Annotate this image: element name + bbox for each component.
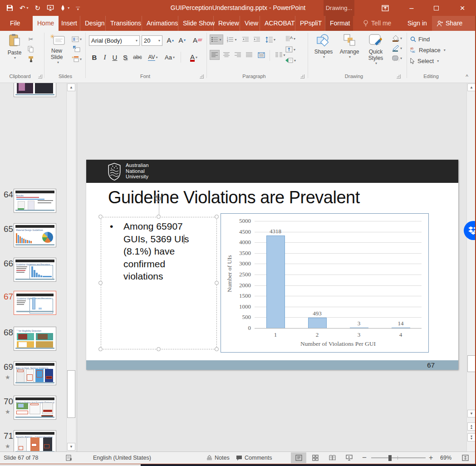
- zoom-out-button[interactable]: −: [362, 452, 367, 464]
- selection-handle[interactable]: [98, 347, 103, 351]
- scroll-up-icon[interactable]: ▲: [467, 83, 476, 91]
- distribute-text-button[interactable]: [255, 50, 267, 60]
- tab-animations[interactable]: Animations: [142, 16, 182, 31]
- reading-view-button[interactable]: [324, 452, 340, 463]
- font-name-combo[interactable]: Arial (Body)▾: [89, 35, 140, 46]
- chart[interactable]: 0500100015002000250030003500400045005000…: [221, 213, 429, 353]
- selection-handle[interactable]: [98, 215, 103, 219]
- sign-in-button[interactable]: Sign in: [407, 16, 427, 31]
- font-color-button[interactable]: A▾: [186, 52, 201, 63]
- previous-slide-button[interactable]: ▲▲: [467, 422, 476, 431]
- fit-slide-to-window-button[interactable]: [462, 452, 469, 464]
- paste-dropdown-icon[interactable]: ▾: [5, 56, 25, 60]
- bold-button[interactable]: B: [90, 52, 99, 63]
- thumbnail-scrollbar-thumb[interactable]: [67, 370, 75, 418]
- new-slide-button[interactable]: ✳ New Slide ▾: [47, 34, 69, 64]
- copy-button[interactable]: [25, 44, 36, 54]
- change-case-button[interactable]: Aa▾: [162, 52, 177, 63]
- drawing-dialog-launcher[interactable]: [397, 74, 401, 78]
- align-left-button[interactable]: [210, 50, 220, 60]
- selection-handle[interactable]: [157, 215, 161, 219]
- tab-review[interactable]: Review: [213, 16, 244, 31]
- scroll-down-icon[interactable]: ▼: [467, 410, 476, 417]
- paste-button[interactable]: Paste ▾: [5, 34, 25, 60]
- shape-outline-button[interactable]: ▾: [389, 44, 405, 53]
- font-size-combo[interactable]: 20▾: [142, 35, 162, 46]
- tell-me-button[interactable]: Tell me: [363, 16, 391, 31]
- columns-button[interactable]: ▾: [272, 50, 289, 60]
- text-direction-button[interactable]: A▾: [281, 34, 299, 44]
- font-dialog-launcher[interactable]: [200, 74, 204, 78]
- align-right-button[interactable]: [233, 50, 243, 60]
- italic-button[interactable]: I: [101, 52, 109, 63]
- main-scrollbar[interactable]: ▲ ▼ ▲▲ ▼▼: [466, 83, 475, 451]
- rotate-handle-icon[interactable]: ↻: [154, 193, 162, 204]
- character-spacing-button[interactable]: AV▾: [145, 52, 161, 63]
- shapes-button[interactable]: Shapes ▾: [311, 34, 336, 59]
- clear-formatting-button[interactable]: A: [191, 34, 203, 45]
- collapse-ribbon-button[interactable]: ^: [462, 73, 472, 81]
- line-spacing-button[interactable]: ▾: [263, 34, 278, 44]
- justify-button[interactable]: [244, 50, 254, 60]
- clipboard-dialog-launcher[interactable]: [38, 74, 42, 78]
- tab-ppsplit[interactable]: PPspliT: [295, 16, 326, 31]
- slide-layout-button[interactable]: ▾: [69, 34, 84, 44]
- close-button[interactable]: ×: [452, 0, 473, 16]
- new-slide-dropdown-icon[interactable]: ▾: [48, 60, 69, 64]
- strikethrough-button[interactable]: abc: [132, 52, 143, 63]
- selection-handle[interactable]: [157, 347, 161, 351]
- tab-insert[interactable]: Insert: [56, 16, 82, 31]
- format-painter-button[interactable]: [25, 54, 36, 64]
- tab-transitions[interactable]: Transitions: [105, 16, 146, 31]
- tab-home[interactable]: Home: [33, 16, 59, 31]
- bar-2[interactable]: [308, 318, 327, 328]
- increase-indent-button[interactable]: [252, 34, 262, 44]
- select-button[interactable]: Select▾: [410, 56, 448, 65]
- replace-button[interactable]: abacReplace▾: [410, 45, 453, 54]
- zoom-slider[interactable]: [371, 457, 426, 458]
- thumbnail-scrollbar[interactable]: ▲ ▼: [66, 83, 75, 451]
- scroll-up-icon[interactable]: ▲: [67, 83, 75, 91]
- next-slide-button[interactable]: ▼▼: [467, 433, 476, 441]
- shape-effects-button[interactable]: ▾: [389, 54, 405, 63]
- slide-indicator[interactable]: Slide 67 of 78: [4, 452, 38, 464]
- zoom-in-button[interactable]: +: [429, 452, 433, 464]
- tab-format[interactable]: Format: [325, 16, 353, 31]
- zoom-level[interactable]: 69%: [440, 452, 451, 464]
- tab-design[interactable]: Design: [80, 16, 109, 31]
- zoom-slider-thumb[interactable]: [388, 455, 392, 461]
- main-scrollbar-thumb[interactable]: [467, 355, 476, 372]
- maximize-button[interactable]: [426, 0, 447, 16]
- tab-acrobat[interactable]: ACROBAT: [260, 16, 299, 31]
- selection-handle[interactable]: [215, 215, 219, 219]
- selection-handle[interactable]: [98, 281, 103, 285]
- bullet-text[interactable]: •Among 65907 GUIs, 5369 UIs (8.1%) have …: [110, 220, 210, 283]
- shape-fill-button[interactable]: ▾: [389, 34, 405, 43]
- selection-handle[interactable]: [215, 281, 219, 285]
- numbering-button[interactable]: 123▾: [225, 34, 239, 44]
- bar-3[interactable]: [350, 328, 368, 328]
- normal-view-button[interactable]: [291, 452, 306, 463]
- section-button[interactable]: ✳▾: [69, 54, 84, 64]
- reset-slide-button[interactable]: [69, 44, 84, 54]
- quick-styles-button[interactable]: Quick Styles ▾: [363, 34, 388, 65]
- spellcheck-icon[interactable]: [66, 452, 73, 464]
- underline-button[interactable]: U: [110, 52, 119, 63]
- selection-handle[interactable]: [215, 347, 219, 351]
- slide-sorter-view-button[interactable]: [308, 452, 323, 463]
- language-indicator[interactable]: English (United States): [93, 452, 151, 464]
- bar-1[interactable]: [266, 235, 285, 328]
- align-center-button[interactable]: [221, 50, 231, 60]
- tab-file[interactable]: File: [5, 16, 25, 31]
- slide-show-view-button[interactable]: [341, 452, 357, 463]
- share-button[interactable]: Share: [437, 16, 462, 31]
- bullets-button[interactable]: ▾: [210, 34, 223, 44]
- ribbon-display-options-icon[interactable]: [375, 0, 396, 16]
- notes-button[interactable]: Notes: [206, 452, 230, 464]
- arrange-button[interactable]: Arrange ▾: [337, 34, 362, 59]
- bar-4[interactable]: [392, 328, 410, 328]
- scroll-down-icon[interactable]: ▼: [67, 443, 75, 451]
- cut-button[interactable]: ✂: [25, 34, 36, 44]
- grow-font-button[interactable]: A▲: [165, 34, 176, 45]
- minimize-button[interactable]: –: [401, 0, 422, 16]
